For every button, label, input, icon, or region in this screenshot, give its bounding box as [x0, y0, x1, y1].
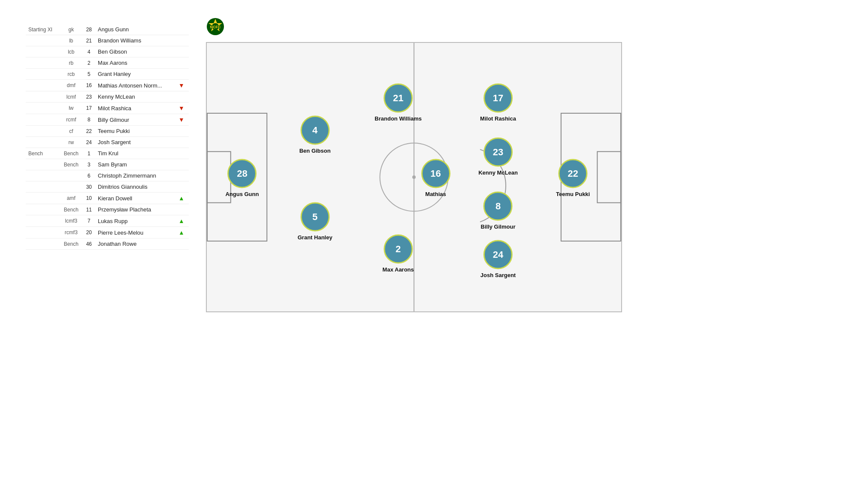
- right-panel: NCFC: [206, 17, 832, 312]
- left-panel: Starting XIgk28Angus Gunnlb21Brandon Wil…: [26, 17, 189, 312]
- player-label-max-aarons: Max Aarons: [383, 266, 414, 273]
- table-row: amf10Kieran Dowell▲: [26, 193, 189, 204]
- row-player-name: Jonathan Rowe: [95, 238, 176, 250]
- row-position: rcb: [60, 69, 83, 80]
- row-position: Bench: [60, 238, 83, 250]
- table-row: rcb5Grant Hanley: [26, 69, 189, 80]
- row-section: [26, 80, 60, 91]
- row-number: 46: [83, 238, 95, 250]
- player-circle-josh-sargent: 24: [483, 240, 513, 269]
- row-position: Bench: [60, 204, 83, 215]
- row-number: 21: [83, 35, 95, 46]
- row-player-name: Pierre Lees-Melou: [95, 227, 176, 238]
- table-row: rcmf320Pierre Lees-Melou▲: [26, 227, 189, 238]
- table-row: 6Christoph Zimmermann: [26, 170, 189, 181]
- table-row: rb2Max Aarons: [26, 57, 189, 69]
- player-label-angus-gunn: Angus Gunn: [225, 191, 259, 197]
- row-section: [26, 227, 60, 238]
- row-position: lb: [60, 35, 83, 46]
- row-number: 22: [83, 126, 95, 137]
- row-player-name: Dimitrios Giannoulis: [95, 181, 176, 193]
- row-arrow: [176, 181, 189, 193]
- table-row: cf22Teemu Pukki: [26, 126, 189, 137]
- arrow-down-icon: ▼: [178, 116, 184, 123]
- row-number: 17: [83, 103, 95, 114]
- player-token-mathias: 16Mathias: [421, 159, 450, 197]
- player-token-milot-rashica: 17Milot Rashica: [480, 83, 516, 121]
- row-player-name: Josh Sargent: [95, 137, 176, 148]
- svg-rect-9: [597, 151, 621, 202]
- row-player-name: Billy Gilmour: [95, 114, 176, 126]
- row-number: 5: [83, 69, 95, 80]
- player-label-ben-gibson: Ben Gibson: [299, 148, 331, 154]
- row-arrow: ▲: [176, 215, 189, 227]
- table-row: BenchBench1Tim Krul: [26, 148, 189, 159]
- row-section: [26, 181, 60, 193]
- arrow-down-icon: ▼: [178, 82, 184, 89]
- row-number: 23: [83, 91, 95, 103]
- table-row: Bench3Sam Byram: [26, 159, 189, 170]
- row-number: 6: [83, 170, 95, 181]
- row-arrow: [176, 159, 189, 170]
- player-circle-max-aarons: 2: [384, 235, 413, 264]
- player-label-kenny-mclean: Kenny McLean: [478, 169, 518, 175]
- player-label-brandon-williams: Brandon Williams: [375, 115, 422, 121]
- row-section: [26, 91, 60, 103]
- row-number: 7: [83, 215, 95, 227]
- row-arrow: ▲: [176, 227, 189, 238]
- row-arrow: [176, 24, 189, 35]
- player-label-josh-sargent: Josh Sargent: [480, 272, 516, 278]
- player-circle-angus-gunn: 28: [227, 159, 257, 188]
- row-position: [60, 181, 83, 193]
- row-player-name: Angus Gunn: [95, 24, 176, 35]
- svg-text:NCFC: NCFC: [210, 25, 221, 29]
- row-section: [26, 103, 60, 114]
- row-section: [26, 204, 60, 215]
- player-token-teemu-pukki: 22Teemu Pukki: [556, 159, 590, 197]
- row-arrow: [176, 35, 189, 46]
- player-token-brandon-williams: 21Brandon Williams: [375, 83, 422, 121]
- table-row: Bench46Jonathan Rowe: [26, 238, 189, 250]
- player-token-josh-sargent: 24Josh Sargent: [480, 240, 516, 278]
- row-player-name: Brandon Williams: [95, 35, 176, 46]
- row-section: [26, 126, 60, 137]
- row-player-name: Przemysław Placheta: [95, 204, 176, 215]
- row-arrow: ▲: [176, 193, 189, 204]
- player-token-ben-gibson: 4Ben Gibson: [299, 116, 331, 154]
- player-circle-mathias: 16: [421, 159, 450, 188]
- player-circle-grant-hanley: 5: [300, 202, 329, 231]
- row-section: Bench: [26, 148, 60, 159]
- row-number: 20: [83, 227, 95, 238]
- row-section: [26, 193, 60, 204]
- row-position: cf: [60, 126, 83, 137]
- row-position: amf: [60, 193, 83, 204]
- row-number: 24: [83, 137, 95, 148]
- row-number: 11: [83, 204, 95, 215]
- svg-point-10: [412, 175, 416, 179]
- player-token-kenny-mclean: 23Kenny McLean: [478, 137, 518, 175]
- row-player-name: Kenny McLean: [95, 91, 176, 103]
- row-number: 3: [83, 159, 95, 170]
- player-label-mathias: Mathias: [425, 191, 446, 197]
- row-player-name: Kieran Dowell: [95, 193, 176, 204]
- row-position: [60, 170, 83, 181]
- row-player-name: Sam Byram: [95, 159, 176, 170]
- table-row: Starting XIgk28Angus Gunn: [26, 24, 189, 35]
- row-position: lcb: [60, 46, 83, 57]
- player-circle-brandon-williams: 21: [384, 83, 413, 112]
- row-arrow: ▼: [176, 103, 189, 114]
- table-row: 30Dimitrios Giannoulis: [26, 181, 189, 193]
- player-token-max-aarons: 2Max Aarons: [383, 235, 414, 273]
- row-position: lcmf3: [60, 215, 83, 227]
- row-number: 1: [83, 148, 95, 159]
- player-circle-billy-gilmour: 8: [483, 191, 513, 220]
- row-position: lcmf: [60, 91, 83, 103]
- row-section: [26, 215, 60, 227]
- row-number: 28: [83, 24, 95, 35]
- row-player-name: Milot Rashica: [95, 103, 176, 114]
- row-section: [26, 35, 60, 46]
- row-player-name: Ben Gibson: [95, 46, 176, 57]
- arrow-up-icon: ▲: [178, 229, 184, 236]
- row-player-name: Teemu Pukki: [95, 126, 176, 137]
- table-row: dmf16Mathias Antonsen Norm...▼: [26, 80, 189, 91]
